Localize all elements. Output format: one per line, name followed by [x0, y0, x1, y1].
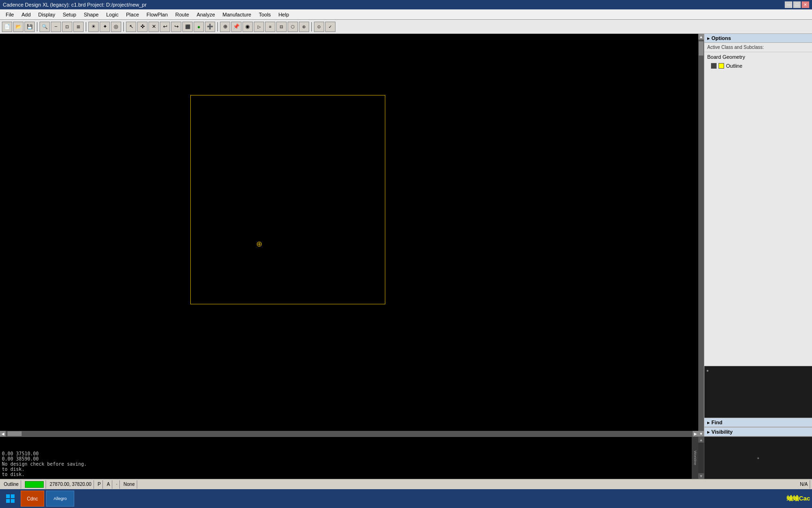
tb-sun[interactable]: ☀ — [88, 22, 99, 32]
menu-tools[interactable]: Tools — [255, 11, 275, 18]
tb-drc[interactable]: ⬛ — [182, 22, 193, 32]
tb-zoom-fit[interactable]: ⊡ — [62, 22, 72, 32]
options-header[interactable]: Options — [704, 34, 812, 43]
taskbar-right: 蛐蛐Cac — [787, 494, 810, 503]
tb-select[interactable]: ↖ — [126, 22, 136, 32]
coordinates-text: 27870.00, 37820.00 — [50, 482, 92, 487]
tb-del[interactable]: ✕ — [148, 22, 159, 32]
tb-pin[interactable]: 📌 — [231, 22, 242, 32]
status-p[interactable]: P — [96, 480, 103, 489]
menu-analyze[interactable]: Analyze — [193, 11, 219, 18]
title-bar-controls: — □ ✕ — [785, 1, 809, 8]
tb-new[interactable]: 📄 — [2, 22, 12, 32]
outline-label: Outline — [726, 63, 742, 69]
taskbar: Cdnc Allegro 蛐蛐Cac — [0, 489, 812, 508]
menu-file[interactable]: File — [2, 11, 18, 18]
minimize-button[interactable]: — — [785, 1, 792, 8]
tb-zoom-in[interactable]: 🔍 — [39, 22, 50, 32]
tb-redo[interactable]: ↪ — [171, 22, 181, 32]
tb-route[interactable]: ● — [194, 22, 204, 32]
toolbar-sep-2 — [86, 22, 86, 32]
find-title: Find — [711, 420, 722, 425]
active-class-label: Active Class and Subclass: — [704, 43, 812, 52]
outline-entry[interactable]: Outline — [704, 62, 812, 70]
tb-zoom-out[interactable]: － — [51, 22, 61, 32]
taskbar-btn-allegro[interactable]: Allegro — [46, 491, 74, 507]
console-scroll-down[interactable]: ▼ — [698, 473, 704, 479]
console-line-4: to disk. — [2, 467, 702, 472]
scrollbar-horizontal[interactable]: ◀ ▶ — [0, 431, 698, 437]
scroll-thumb-v[interactable] — [699, 41, 703, 56]
menu-help[interactable]: Help — [274, 11, 293, 18]
tb-zoom-area[interactable]: ⊞ — [73, 22, 84, 32]
bottom-area: 0.00 37510.00 0.00 38590.00 No design ch… — [0, 437, 812, 479]
visibility-header[interactable]: Visibility — [704, 427, 812, 437]
scroll-thumb-h[interactable] — [8, 431, 22, 436]
console-scrollbar[interactable]: ▲ ▼ — [698, 437, 704, 479]
tb-check[interactable]: ✓ — [325, 22, 336, 32]
toolbar: 📄 📂 💾 🔍 － ⊡ ⊞ ☀ ✦ ◎ ↖ ✜ ✕ ↩ ↪ ⬛ ● ➕ ⊕ 📌 … — [0, 20, 812, 34]
board-geometry-entry[interactable]: Board Geometry — [704, 52, 812, 62]
status-coordinates: 27870.00, 37820.00 — [48, 480, 94, 489]
title-bar: Cadence Design XL (legacy): c1.brd Proje… — [0, 0, 812, 9]
maximize-button[interactable]: □ — [793, 1, 801, 8]
status-bar: Outline 27870.00, 37820.00 P A · None N/… — [0, 479, 812, 489]
tb-xhair[interactable]: ⊕ — [220, 22, 230, 32]
tb-constraint[interactable]: ⊙ — [314, 22, 324, 32]
main-layout: ⊕ ▲ ▼ ◀ ▶ Options Active Class and Subcl… — [0, 34, 812, 437]
mini-map: ● — [704, 366, 812, 418]
status-a[interactable]: A — [105, 480, 112, 489]
taskbar-btn-cadence[interactable]: Cdnc — [21, 491, 44, 507]
tb-save[interactable]: 💾 — [24, 22, 35, 32]
tb-move[interactable]: ✜ — [137, 22, 148, 32]
menu-bar: File Add Display Setup Shape Logic Place… — [0, 9, 812, 20]
tb-add[interactable]: ➕ — [205, 22, 215, 32]
canvas-area[interactable]: ⊕ ▲ ▼ ◀ ▶ — [0, 34, 704, 437]
menu-shape[interactable]: Shape — [80, 11, 102, 18]
toolbar-sep-1 — [37, 22, 38, 32]
console-scroll-up[interactable]: ▲ — [698, 437, 704, 443]
menu-add[interactable]: Add — [18, 11, 35, 18]
scroll-up-arrow[interactable]: ▲ — [698, 34, 704, 40]
tb-net[interactable]: ≡ — [265, 22, 275, 32]
tb-bright[interactable]: ✦ — [100, 22, 110, 32]
find-header[interactable]: Find — [704, 418, 812, 427]
minimap-placeholder: ● — [757, 456, 759, 460]
minimap-label: ● — [706, 368, 709, 373]
tb-rat[interactable]: ⊛ — [299, 22, 309, 32]
none-text: None — [124, 482, 135, 487]
scroll-left-arrow[interactable]: ◀ — [0, 431, 6, 437]
tb-via[interactable]: ◉ — [242, 22, 253, 32]
menu-place[interactable]: Place — [122, 11, 143, 18]
menu-display[interactable]: Display — [34, 11, 59, 18]
cursor-crosshair: ⊕ — [255, 240, 263, 247]
tb-shape[interactable]: ⬡ — [288, 22, 298, 32]
tb-undo[interactable]: ↩ — [160, 22, 170, 32]
svg-rect-0 — [6, 494, 10, 498]
scroll-right-arrow[interactable]: ▶ — [693, 431, 698, 437]
close-button[interactable]: ✕ — [802, 1, 809, 8]
menu-route[interactable]: Route — [172, 11, 193, 18]
scroll-down-arrow[interactable]: ▼ — [698, 431, 704, 437]
tb-dark[interactable]: ◎ — [111, 22, 121, 32]
tb-bus[interactable]: ⊟ — [276, 22, 287, 32]
console-line-2: 0.00 38590.00 — [2, 456, 702, 461]
menu-flowplan[interactable]: FlowPlan — [143, 11, 172, 18]
workline-button[interactable]: Workline — [692, 437, 698, 479]
panel-spacer — [704, 70, 812, 366]
toolbar-sep-4 — [217, 22, 218, 32]
status-outline: Outline — [2, 480, 21, 489]
tb-fan[interactable]: ▷ — [254, 22, 264, 32]
tb-open[interactable]: 📂 — [13, 22, 23, 32]
menu-setup[interactable]: Setup — [59, 11, 80, 18]
console-area: 0.00 37510.00 0.00 38590.00 No design ch… — [0, 437, 704, 479]
svg-rect-1 — [11, 494, 15, 498]
windows-icon — [6, 494, 15, 503]
status-none: None — [122, 480, 137, 489]
menu-manufacture[interactable]: Manufacture — [219, 11, 255, 18]
console-line-1: 0.00 37510.00 — [2, 451, 702, 456]
menu-logic[interactable]: Logic — [102, 11, 122, 18]
scrollbar-vertical[interactable]: ▲ ▼ — [698, 34, 704, 437]
taskbar-btn-windows[interactable] — [2, 491, 19, 507]
progress-bar — [25, 481, 44, 488]
